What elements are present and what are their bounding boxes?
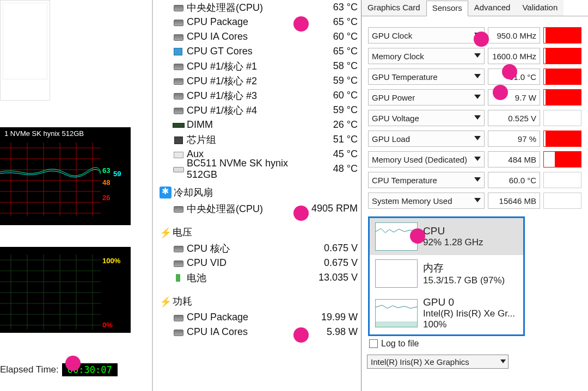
sensor-mini-graph (543, 110, 581, 126)
volt-row[interactable]: CPU 核心0.675 V (153, 241, 360, 256)
sensor-name-label: CPU Temperature (372, 176, 437, 185)
perf-cpu[interactable]: CPU 92% 1.28 GHz (370, 218, 523, 255)
tree-label: CPU 核心 (187, 242, 307, 255)
perf-memory[interactable]: 内存 15.3/15.7 GB (97%) (370, 255, 523, 292)
tab-advanced[interactable]: Advanced (468, 0, 517, 16)
fan-section-header[interactable]: 冷却风扇 (153, 184, 360, 201)
tree-label: 芯片组 (187, 133, 307, 146)
annotation-dot (293, 327, 309, 343)
sensor-name-dropdown[interactable]: GPU Temperature (368, 69, 485, 85)
legend-b: 59 (113, 170, 121, 178)
voltage-header-label: 电压 (173, 226, 360, 239)
chip-icon (173, 244, 185, 253)
chip-icon (173, 33, 185, 41)
task-manager-performance[interactable]: CPU 92% 1.28 GHz 内存 15.3/15.7 GB (97%) G… (368, 216, 525, 336)
fan-icon (160, 187, 171, 198)
sensor-row: GPU Voltage0.525 V (362, 108, 588, 128)
sensor-value: 1600.0 MHz (488, 48, 540, 64)
tree-value: 0.675 V (307, 243, 360, 254)
fan-row[interactable]: 中央处理器(CPU)4905 RPM (153, 201, 360, 216)
perf-cpu-sub: 92% 1.28 GHz (423, 237, 483, 248)
sensor-mini-graph (543, 151, 581, 167)
annotation-dot (65, 356, 81, 371)
power-row[interactable]: CPU IA Cores5.98 W (153, 325, 360, 339)
chevron-down-icon (474, 136, 481, 140)
perf-gpu-extra: 100% (423, 319, 515, 330)
sensor-mini-graph (543, 172, 581, 188)
log-to-file-row[interactable]: Log to file (362, 336, 588, 351)
temp-row[interactable]: BC511 NVMe SK hynix 512GB48 °C (153, 162, 360, 176)
temp-graph-title: 1 NVMe SK hynix 512GB (0, 127, 131, 140)
temp-row[interactable]: CPU GT Cores65 °C (153, 44, 360, 59)
perf-gpu-sub: Intel(R) Iris(R) Xe Gr... (423, 308, 515, 319)
chevron-down-icon (474, 53, 481, 58)
temp-row[interactable]: CPU IA Cores60 °C (153, 29, 360, 44)
log-checkbox[interactable] (369, 339, 378, 348)
temp-row[interactable]: CPU #1/核心 #158 °C (153, 59, 360, 73)
tree-value: 60 °C (307, 90, 360, 101)
sensor-tree[interactable]: 中央处理器(CPU)63 °CCPU Package65 °CCPU IA Co… (153, 0, 360, 391)
perf-cpu-title: CPU (423, 225, 483, 237)
sensor-name-dropdown[interactable]: GPU Power (368, 89, 485, 105)
usage-graph (0, 247, 101, 333)
perf-gpu[interactable]: GPU 0 Intel(R) Iris(R) Xe Gr... 100% (370, 292, 523, 334)
sensor-name-dropdown[interactable]: GPU Voltage (368, 110, 485, 126)
sensor-name-label: Memory Used (Dedicated) (372, 155, 467, 164)
legend-a: 63 (102, 166, 110, 175)
temp-row[interactable]: CPU Package65 °C (153, 15, 360, 29)
chip-icon (173, 259, 185, 268)
gpu-selector-value: Intel(R) Iris(R) Xe Graphics (371, 357, 469, 367)
perf-gpu-title: GPU 0 (423, 296, 515, 308)
gpu-selector-combo[interactable]: Intel(R) Iris(R) Xe Graphics (367, 355, 509, 369)
tree-label: CPU Package (187, 312, 307, 323)
sensor-name-dropdown[interactable]: Memory Used (Dedicated) (368, 151, 485, 167)
chip-icon (173, 204, 185, 213)
tree-value: 65 °C (307, 46, 360, 57)
gt-icon (173, 47, 185, 56)
volt-row[interactable]: 电池13.035 V (153, 270, 360, 285)
temp-row[interactable]: CPU #1/核心 #259 °C (153, 73, 360, 88)
tab-graphics-card[interactable]: Graphics Card (362, 0, 426, 16)
tree-value: 45 °C (307, 148, 360, 160)
tab-validation[interactable]: Validation (516, 0, 564, 16)
tree-label: BC511 NVMe SK hynix 512GB (187, 158, 307, 181)
power-header-label: 功耗 (173, 295, 360, 308)
sensor-mini-graph (543, 131, 581, 147)
chevron-down-icon (474, 198, 481, 202)
chipset-icon (173, 135, 185, 144)
sensor-name-label: GPU Voltage (372, 114, 419, 123)
annotation-dot (474, 32, 489, 47)
sensor-name-dropdown[interactable]: CPU Temperature (368, 172, 485, 188)
temp-row[interactable]: 中央处理器(CPU)63 °C (153, 0, 360, 15)
sensor-mini-graph (543, 193, 581, 209)
tab-sensors[interactable]: Sensors (426, 1, 468, 16)
sensor-name-dropdown[interactable]: Memory Clock (368, 48, 485, 64)
sensor-value: 60.0 °C (488, 172, 540, 188)
usage-legend-top: 100% (102, 257, 120, 265)
tree-label: CPU IA Cores (187, 326, 307, 338)
temp-graph (0, 142, 101, 216)
annotation-dot (502, 64, 517, 79)
tree-label: DIMM (187, 119, 307, 131)
sensor-row: GPU Power9.7 W (362, 87, 588, 108)
voltage-section-header[interactable]: 电压 (153, 224, 360, 241)
power-row[interactable]: CPU Package19.99 W (153, 310, 360, 325)
temp-row[interactable]: CPU #1/核心 #459 °C (153, 103, 360, 117)
temp-graph-panel: 1 NVMe SK hynix 512GB 63 59 48 26 (0, 127, 131, 225)
sensor-row: CPU Temperature60.0 °C (362, 170, 588, 190)
sensor-name-dropdown[interactable]: GPU Load (368, 131, 485, 147)
log-label: Log to file (381, 339, 419, 349)
sensor-name-label: GPU Clock (372, 31, 412, 40)
tree-value: 51 °C (307, 134, 360, 145)
temp-row[interactable]: 芯片组51 °C (153, 132, 360, 147)
temp-row[interactable]: DIMM26 °C (153, 117, 360, 132)
legend-c: 48 (102, 178, 110, 187)
tree-label: 中央处理器(CPU) (187, 1, 307, 14)
volt-row[interactable]: CPU VID0.675 V (153, 256, 360, 270)
power-section-header[interactable]: 功耗 (153, 293, 360, 310)
sensor-name-dropdown[interactable]: System Memory Used (368, 193, 485, 209)
sensor-name-dropdown[interactable]: GPU Clock (368, 27, 485, 44)
chip-icon (173, 77, 185, 85)
perf-mem-sub: 15.3/15.7 GB (97%) (423, 275, 505, 286)
temp-row[interactable]: CPU #1/核心 #360 °C (153, 88, 360, 103)
